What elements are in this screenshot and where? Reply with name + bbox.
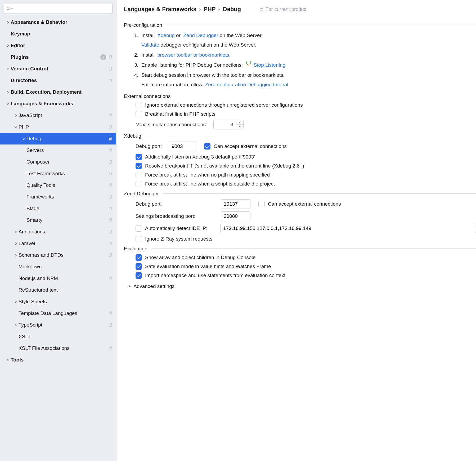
sidebar-item-editor[interactable]: Editor [0, 40, 116, 51]
sidebar-item-style-sheets[interactable]: Style Sheets [0, 296, 116, 308]
project-scope-icon [108, 276, 114, 281]
project-scope-icon [108, 346, 114, 350]
sidebar-item-laravel[interactable]: Laravel [0, 238, 116, 249]
chevron-down-icon [5, 101, 10, 106]
stop-listening-link[interactable]: Stop Listening [254, 62, 285, 68]
sidebar-item-typescript[interactable]: TypeScript [0, 319, 116, 331]
arrow-spacer [13, 346, 18, 351]
sidebar-item-smarty[interactable]: Smarty [0, 214, 116, 226]
sidebar-item-markdown[interactable]: Markdown [0, 261, 116, 273]
project-icon [259, 7, 264, 11]
svg-rect-43 [261, 8, 263, 8]
sidebar-item-label: Node.js and NPM [19, 275, 108, 281]
eval-import-ns-checkbox[interactable] [136, 272, 142, 279]
sidebar-item-label: Composer [26, 159, 108, 165]
bookmarklets-link[interactable]: browser toolbar or bookmarklets. [157, 52, 231, 58]
xdebug-force-nopath-checkbox[interactable] [136, 172, 142, 178]
break-first-line-label: Break at first line in PHP scripts [145, 111, 215, 117]
zend-broadcast-input[interactable] [221, 211, 250, 221]
sidebar-item-languages-frameworks[interactable]: Languages & Frameworks [0, 98, 116, 110]
arrow-spacer [21, 160, 26, 164]
advanced-settings-toggle[interactable]: Advanced settings [128, 283, 476, 289]
zend-accept-external-checkbox[interactable] [258, 201, 265, 207]
svg-rect-9 [109, 115, 111, 117]
chevron-right-icon [13, 323, 18, 327]
search-box[interactable]: ▾ [4, 4, 113, 14]
sidebar-item-frameworks[interactable]: Frameworks [0, 191, 116, 203]
sidebar-item-label: Style Sheets [19, 299, 114, 305]
sidebar-item-composer[interactable]: Composer [0, 156, 116, 168]
svg-point-0 [7, 7, 9, 10]
sidebar-item-servers[interactable]: Servers [0, 144, 116, 156]
chevron-right-icon [5, 43, 10, 48]
sidebar-item-xslt-file-associations[interactable]: XSLT File Associations [0, 342, 116, 354]
project-scope-icon [108, 125, 114, 129]
zend-auto-ip-checkbox[interactable] [136, 225, 142, 232]
sidebar-item-version-control[interactable]: Version Control [0, 63, 116, 75]
project-scope-icon [108, 148, 114, 152]
project-scope-icon [108, 67, 114, 71]
sidebar-item-debug[interactable]: Debug [0, 133, 116, 144]
sidebar-item-label: Build, Execution, Deployment [11, 89, 114, 95]
project-scope-icon [108, 55, 114, 59]
arrow-spacer [21, 148, 26, 153]
sidebar-item-schemas-and-dtds[interactable]: Schemas and DTDs [0, 249, 116, 261]
xdebug-accept-external-checkbox[interactable] [204, 143, 210, 150]
validate-link[interactable]: Validate [141, 42, 159, 48]
arrow-spacer [21, 206, 26, 211]
zend-ip-input[interactable] [220, 224, 476, 233]
arrow-spacer [5, 31, 10, 36]
zend-ignore-zray-checkbox[interactable] [136, 236, 142, 242]
max-conn-input[interactable] [213, 120, 236, 129]
sidebar-item-annotations[interactable]: Annotations [0, 226, 116, 238]
project-scope: For current project [259, 6, 306, 12]
sidebar-item-keymap[interactable]: Keymap [0, 28, 116, 40]
search-input[interactable] [13, 6, 110, 12]
sidebar-item-xslt[interactable]: XSLT [0, 331, 116, 342]
xdebug-link[interactable]: Xdebug [157, 33, 175, 38]
sidebar-item-template-data-languages[interactable]: Template Data Languages [0, 308, 116, 319]
stepper-up[interactable]: ▲ [236, 120, 243, 125]
stepper-down[interactable]: ▼ [236, 125, 243, 129]
sidebar-item-plugins[interactable]: Plugins1 [0, 51, 116, 63]
zend-port-label: Debug port: [136, 201, 218, 207]
xdebug-port-label: Debug port: [136, 143, 162, 149]
project-scope-icon [108, 241, 114, 246]
section-xdebug: Xdebug [124, 133, 476, 139]
max-conn-stepper[interactable]: ▲ ▼ [213, 120, 244, 129]
xdebug-listen-default-checkbox[interactable] [136, 154, 142, 160]
ignore-external-checkbox[interactable] [136, 102, 142, 108]
project-scope-icon [108, 230, 114, 234]
sidebar-item-label: Quality Tools [26, 182, 108, 188]
zend-debugger-link[interactable]: Zend Debugger [183, 33, 218, 38]
xdebug-port-input[interactable] [169, 142, 196, 151]
chevron-right-icon [13, 299, 18, 304]
sidebar-item-appearance-behavior[interactable]: Appearance & Behavior [0, 16, 116, 28]
eval-show-children-checkbox[interactable] [136, 254, 142, 261]
preconf-steps: Install Xdebug or Zend Debugger on the W… [124, 31, 476, 90]
xdebug-resolve-bp-checkbox[interactable] [136, 163, 142, 169]
sidebar-item-restructured-text[interactable]: ReStructured text [0, 284, 116, 296]
svg-rect-42 [260, 8, 263, 11]
arrow-spacer [13, 311, 18, 316]
sidebar-item-label: ReStructured text [19, 287, 114, 293]
sidebar-item-javascript[interactable]: JavaScript [0, 110, 116, 121]
sidebar-item-label: Schemas and DTDs [19, 252, 108, 258]
eval-safe-mode-checkbox[interactable] [136, 263, 142, 270]
sidebar-item-label: Test Frameworks [26, 171, 108, 177]
sidebar-item-test-frameworks[interactable]: Test Frameworks [0, 168, 116, 179]
xdebug-force-outside-checkbox[interactable] [136, 181, 142, 187]
sidebar-item-node-js-and-npm[interactable]: Node.js and NPM [0, 273, 116, 284]
chevron-right-icon [21, 136, 26, 141]
zend-port-input[interactable] [221, 199, 250, 209]
tutorial-link[interactable]: Zero-configuration Debugging tutorial [205, 82, 288, 87]
sidebar-item-blade[interactable]: Blade [0, 203, 116, 214]
sidebar-item-label: Keymap [11, 31, 114, 37]
sidebar-item-tools[interactable]: Tools [0, 354, 116, 366]
sidebar-item-php[interactable]: PHP [0, 121, 116, 133]
break-first-line-checkbox[interactable] [136, 111, 142, 117]
sidebar-item-quality-tools[interactable]: Quality Tools [0, 179, 116, 191]
sidebar-item-directories[interactable]: Directories [0, 75, 116, 86]
sidebar-item-build-execution-deployment[interactable]: Build, Execution, Deployment [0, 86, 116, 98]
search-icon [6, 6, 11, 11]
